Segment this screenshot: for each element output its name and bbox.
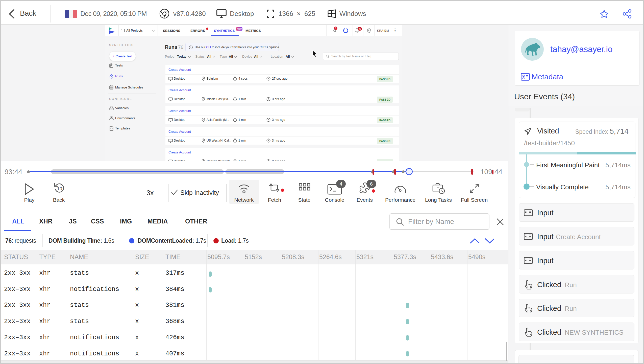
svg-text:10: 10 bbox=[57, 186, 62, 191]
